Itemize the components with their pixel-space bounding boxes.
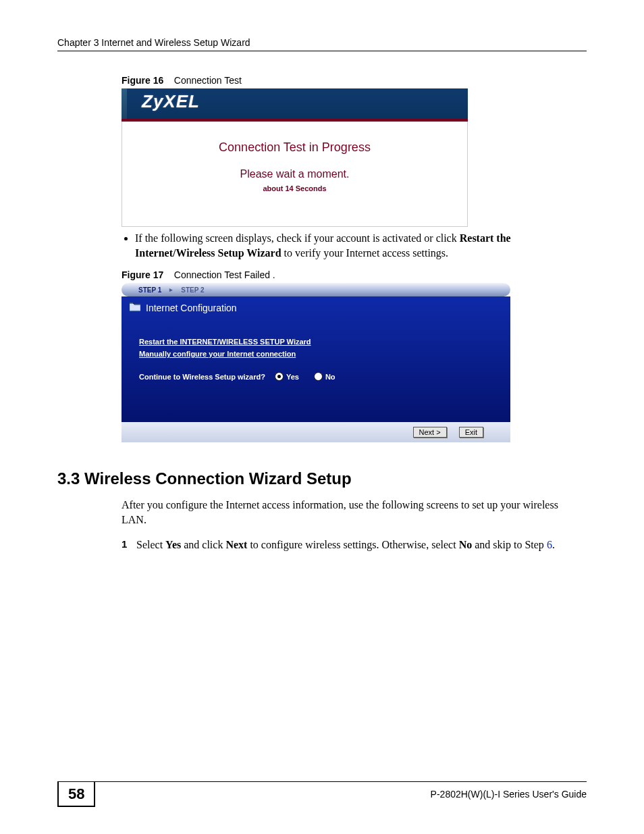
radio-yes-label: Yes (286, 373, 299, 381)
next-button[interactable]: Next > (413, 427, 447, 438)
step-text-mid2: to configure wireless settings. Otherwis… (247, 539, 458, 550)
section-intro: After you configure the Internet access … (122, 498, 573, 527)
section-heading: 3.3 Wireless Connection Wizard Setup (57, 469, 587, 488)
step-next-bold: Next (225, 539, 247, 550)
exit-button[interactable]: Exit (459, 427, 483, 438)
please-wait-text: Please wait a moment. (122, 168, 468, 180)
wizard-button-row: Next > Exit (122, 422, 510, 442)
radio-no[interactable]: No (314, 372, 336, 381)
page-number: 58 (57, 781, 95, 807)
figure-16-label: Figure 16 (122, 75, 163, 86)
page-footer: 58 P-2802H(W)(L)-I Series User's Guide (57, 781, 587, 807)
step-no-bold: No (459, 539, 473, 550)
seconds-text: about 14 Seconds (122, 184, 468, 192)
wizard-panel: Internet Configuration Restart the INTER… (122, 296, 510, 422)
bullet-item: If the following screen displays, check … (135, 231, 573, 260)
step-text-end: . (552, 539, 555, 550)
step-text-mid3: and skip to Step (472, 539, 547, 550)
step-arrow-icon: ▸ (169, 286, 173, 293)
connection-test-heading: Connection Test in Progress (122, 140, 468, 155)
figure-17-label: Figure 17 (122, 269, 163, 280)
figure-16-header: ZyXEL (122, 88, 468, 122)
radio-dot-icon (275, 372, 284, 381)
step-text-pre: Select (136, 539, 165, 550)
radio-no-label: No (325, 373, 336, 381)
guide-name: P-2802H(W)(L)-I Series User's Guide (431, 785, 587, 800)
step-item-1: 1 Select Yes and click Next to configure… (122, 538, 573, 552)
panel-title-text: Internet Configuration (146, 303, 237, 313)
bullet-text-pre: If the following screen displays, check … (135, 232, 460, 244)
figure-17: STEP 1 ▸ STEP 2 Internet Configuration R… (122, 283, 510, 442)
bullet-text-post: to verify your Internet access settings. (281, 247, 448, 259)
bullet-list: If the following screen displays, check … (135, 231, 573, 260)
step-yes-bold: Yes (165, 539, 181, 550)
figure-17-title: Connection Test Failed . (174, 269, 275, 280)
step-text-mid1: and click (181, 539, 225, 550)
restart-wizard-link[interactable]: Restart the INTERNET/WIRELESS SETUP Wiza… (139, 336, 498, 348)
step-1: STEP 1 (138, 286, 161, 294)
continue-label: Continue to Wireless Setup wizard? (139, 373, 265, 381)
figure-17-caption: Figure 17 Connection Test Failed . (122, 269, 573, 280)
figure-16-caption: Figure 16 Connection Test (122, 75, 573, 86)
radio-dot-icon (314, 372, 323, 381)
folder-icon (130, 302, 140, 313)
continue-wireless-row: Continue to Wireless Setup wizard? Yes N… (122, 360, 510, 381)
figure-16-title: Connection Test (174, 75, 242, 86)
wizard-step-bar: STEP 1 ▸ STEP 2 (122, 283, 510, 296)
step-number: 1 (122, 538, 127, 551)
zyxel-logo: ZyXEL (142, 91, 200, 112)
step-6-link[interactable]: 6 (547, 539, 552, 550)
figure-16: ZyXEL Connection Test in Progress Please… (122, 88, 468, 227)
chapter-header: Chapter 3 Internet and Wireless Setup Wi… (57, 37, 587, 51)
manual-configure-link[interactable]: Manually configure your Internet connect… (139, 348, 498, 361)
radio-yes[interactable]: Yes (275, 372, 299, 381)
panel-title: Internet Configuration (122, 296, 510, 316)
step-2: STEP 2 (181, 286, 204, 294)
